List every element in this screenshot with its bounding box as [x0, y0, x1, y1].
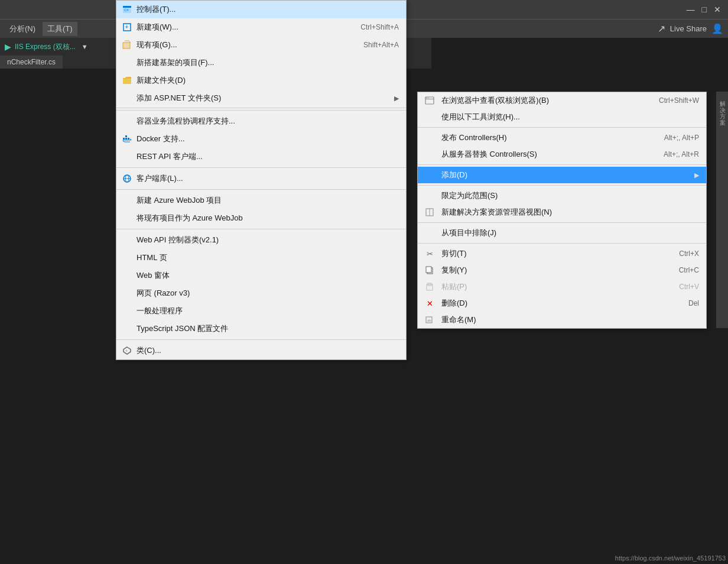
add-submenu: C# 控制器(T)... + 新建项(W)... Ctrl+Shift+A 现有…: [116, 0, 407, 360]
sidebar-strip-item-2[interactable]: 决: [717, 100, 727, 105]
rctx-separator-3: [418, 185, 706, 186]
svg-text:C#: C#: [124, 8, 129, 12]
right-context-menu: 在浏览器中查看(双核浏览器)(B) Ctrl+Shift+W 使用以下工具浏览(…: [417, 92, 707, 329]
menu-existing-webjob[interactable]: 将现有项目作为 Azure WebJob: [116, 209, 406, 227]
menu-rename[interactable]: ab 重命名(M): [418, 312, 706, 328]
cut-icon: ✂: [424, 248, 436, 260]
new-view-icon: [424, 206, 436, 218]
svg-text:ab: ab: [427, 319, 431, 322]
maximize-button[interactable]: □: [702, 5, 707, 14]
svg-rect-35: [426, 267, 431, 273]
menu-new-se-view[interactable]: 新建解决方案资源管理器视图(N): [418, 204, 706, 221]
web-form-icon: [121, 270, 133, 281]
menu-view-in-browser[interactable]: 在浏览器中查看(双核浏览器)(B) Ctrl+Shift+W: [418, 92, 706, 109]
browser-icon: [424, 95, 436, 106]
folder-icon: [121, 74, 133, 86]
menu-controller[interactable]: C# 控制器(T)...: [116, 1, 406, 18]
svg-point-30: [426, 98, 427, 99]
menu-container-support[interactable]: 容器业务流程协调程序支持...: [116, 112, 406, 130]
separator-3: [116, 189, 406, 190]
separator-5: [116, 339, 406, 340]
menu-exclude[interactable]: 从项目中排除(J): [418, 225, 706, 241]
existing-webjob-icon: [121, 212, 133, 224]
paste-icon: [424, 281, 436, 293]
menu-replace-controllers[interactable]: 从服务器替换 Controllers(S) Alt+;, Alt+R: [418, 146, 706, 163]
sidebar-strip-item-4[interactable]: 案: [717, 112, 727, 116]
menu-existing-item[interactable]: 现有项(G)... Shift+Alt+A: [116, 36, 406, 54]
sidebar-strip-item-3[interactable]: 方: [717, 106, 727, 111]
container-icon: [121, 115, 133, 127]
menu-client-library[interactable]: 客户端库(L)...: [116, 170, 406, 187]
svg-rect-10: [125, 135, 127, 137]
class-icon: +: [121, 345, 133, 356]
minimize-button[interactable]: —: [687, 5, 695, 14]
html-icon: [121, 252, 133, 264]
svg-rect-5: [123, 43, 130, 48]
menu-cut[interactable]: ✂ 剪切(T) Ctrl+X: [418, 245, 706, 262]
menu-web-form[interactable]: Web 窗体: [116, 267, 406, 284]
rctx-separator-4: [418, 222, 706, 223]
menu-limit-scope[interactable]: 限定为此范围(S): [418, 187, 706, 204]
delete-icon: ✕: [424, 297, 436, 309]
typescript-icon: [121, 323, 133, 335]
file-tab-item[interactable]: nCheckFilter.cs: [0, 56, 63, 69]
menu-paste[interactable]: 粘贴(P) Ctrl+V: [418, 278, 706, 295]
menu-handler[interactable]: 一般处理程序: [116, 302, 406, 320]
menu-docker[interactable]: Docker 支持...: [116, 130, 406, 148]
menu-copy[interactable]: 复制(Y) Ctrl+C: [418, 262, 706, 278]
svg-rect-9: [128, 138, 129, 140]
menu-html-page[interactable]: HTML 页: [116, 249, 406, 267]
rctx-separator-5: [418, 243, 706, 244]
separator-4: [116, 229, 406, 229]
watermark: https://blog.csdn.net/weixin_45191753: [615, 555, 726, 562]
new-item-icon: +: [121, 21, 133, 33]
menu-browse-with[interactable]: 使用以下工具浏览(H)...: [418, 109, 706, 125]
existing-item-icon: [121, 39, 133, 51]
menu-tools[interactable]: 工具(T): [43, 22, 77, 36]
menu-new-item[interactable]: + 新建项(W)... Ctrl+Shift+A: [116, 18, 406, 36]
svg-text:+: +: [125, 349, 128, 353]
live-share-icon: ↗: [658, 23, 665, 34]
svg-rect-8: [125, 138, 127, 140]
menu-delete[interactable]: ✕ 删除(D) Del: [418, 295, 706, 312]
separator-1: [116, 110, 406, 111]
play-icon: ▶: [5, 42, 11, 51]
menu-razor-page[interactable]: 网页 (Razor v3): [116, 284, 406, 302]
client-lib-icon: [121, 173, 133, 184]
menu-analyze[interactable]: 分析(N): [5, 22, 40, 36]
menu-new-folder[interactable]: 新建文件夹(D): [116, 72, 406, 89]
live-share-section: ↗ Live Share 👤: [658, 23, 723, 34]
webapi-icon: [121, 234, 133, 246]
aspnet-folder-icon: [121, 92, 133, 104]
user-icon[interactable]: 👤: [711, 23, 723, 34]
menu-new-webjob[interactable]: 新建 Azure WebJob 项目: [116, 192, 406, 209]
menu-typescript-json[interactable]: TypeScript JSON 配置文件: [116, 320, 406, 338]
menu-class[interactable]: + 类(C)...: [116, 342, 406, 359]
svg-rect-7: [123, 138, 125, 140]
svg-text:+: +: [125, 24, 129, 30]
menu-publish-controllers[interactable]: 发布 Controllers(H) Alt+;, Alt+P: [418, 129, 706, 146]
svg-rect-29: [425, 99, 434, 99]
window-controls: — □ ✕: [687, 5, 721, 14]
menu-add[interactable]: 添加(D) ▶: [418, 167, 706, 183]
iis-label[interactable]: IIS Express (双核...: [15, 42, 76, 52]
svg-rect-1: [123, 6, 131, 8]
controller-icon: C#: [121, 4, 133, 15]
webjob-icon: [121, 195, 133, 206]
separator-2: [116, 167, 406, 168]
svg-point-31: [428, 98, 429, 99]
browse-icon: [424, 111, 436, 123]
menu-scaffold[interactable]: 新搭建基架的项目(F)...: [116, 54, 406, 72]
sidebar-strip-item-1[interactable]: 解: [717, 94, 727, 99]
rctx-separator-2: [418, 164, 706, 165]
add-arrow: ▶: [694, 171, 699, 179]
close-button[interactable]: ✕: [714, 5, 721, 14]
iis-dropdown-arrow[interactable]: ▼: [82, 43, 88, 50]
rest-api-icon: [121, 151, 133, 163]
menu-aspnet-folder[interactable]: 添加 ASP.NET 文件夹(S) ▶: [116, 89, 406, 108]
live-share-button[interactable]: Live Share: [670, 24, 707, 33]
menu-rest-api[interactable]: REST API 客户端...: [116, 148, 406, 166]
menu-webapi-controller[interactable]: Web API 控制器类(v2.1): [116, 231, 406, 249]
rename-icon: ab: [424, 314, 436, 326]
copy-icon: [424, 264, 436, 276]
